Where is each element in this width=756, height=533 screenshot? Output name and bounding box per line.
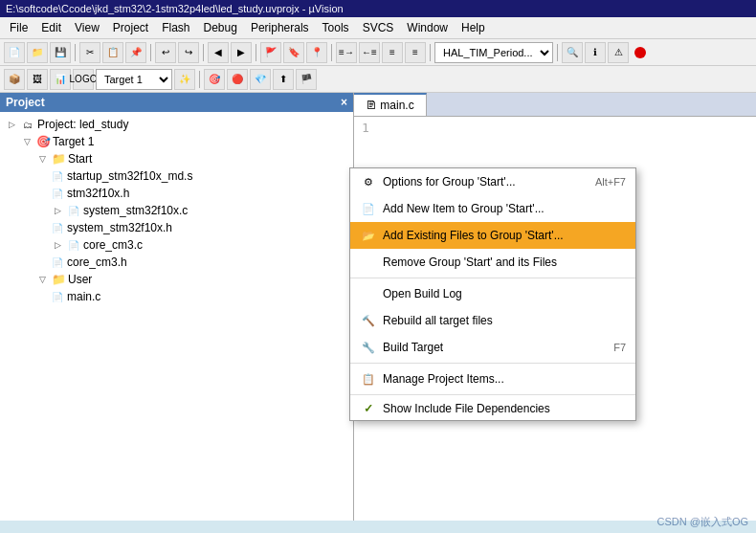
toolbar-btn-save[interactable]: 💾 xyxy=(50,42,71,63)
ctx-label-add-new: Add New Item to Group 'Start'... xyxy=(383,202,545,215)
tree-item-stm32h[interactable]: 📄 stm32f10x.h xyxy=(4,185,349,202)
toolbar-btn-undo[interactable]: ↩ xyxy=(155,42,176,63)
toolbar-btn-target5[interactable]: 🏴 xyxy=(296,69,317,90)
function-combo[interactable]: HAL_TIM_Period... xyxy=(434,42,553,63)
ctx-label-manage: Manage Project Items... xyxy=(383,372,504,386)
ctx-item-add-existing[interactable]: 📂 Add Existing Files to Group 'Start'... xyxy=(350,222,635,249)
toolbar-btn-t2[interactable]: 🖼 xyxy=(27,69,48,90)
toolbar-btn-redo[interactable]: ↪ xyxy=(178,42,199,63)
ctx-icon-remove-group xyxy=(360,254,377,271)
toolbar-btn-nav-fwd[interactable]: ▶ xyxy=(231,42,252,63)
ctx-sep-3 xyxy=(350,394,635,395)
tree-item-start[interactable]: ▽ 📁 Start xyxy=(4,150,349,167)
toolbar-btn-warn[interactable]: ⚠ xyxy=(608,42,629,63)
toolbar-btn-t3[interactable]: 📊 xyxy=(50,69,71,90)
toolbar-btn-bookmark1[interactable]: 🚩 xyxy=(260,42,281,63)
menu-view[interactable]: View xyxy=(69,19,105,36)
ctx-item-open-log[interactable]: Open Build Log xyxy=(350,280,635,307)
ctx-sep-2 xyxy=(350,363,635,364)
ctx-check-show-deps: ✓ xyxy=(360,402,377,415)
project-panel: Project × ▷ 🗂 Project: led_study ▽ 🎯 Tar… xyxy=(0,93,354,521)
tree-item-user[interactable]: ▽ 📁 User xyxy=(4,271,349,288)
menu-svcs[interactable]: SVCS xyxy=(357,19,400,36)
toolbar-btn-nav-back[interactable]: ◀ xyxy=(208,42,229,63)
ctx-label-build: Build Target xyxy=(383,341,443,354)
menu-file[interactable]: File xyxy=(4,19,33,36)
tree-label-sysc: system_stm32f10x.c xyxy=(83,204,188,217)
ctx-shortcut-options: Alt+F7 xyxy=(595,176,626,188)
toolbar-btn-magic[interactable]: ✨ xyxy=(174,69,195,90)
menu-help[interactable]: Help xyxy=(456,19,491,36)
target-combo[interactable]: Target 1 xyxy=(96,69,172,90)
tree-item-core-c[interactable]: ▷ 📄 core_cm3.c xyxy=(4,236,349,254)
menu-project[interactable]: Project xyxy=(107,19,154,36)
toolbar-btn-new[interactable]: 📄 xyxy=(4,42,25,63)
tree-item-core-h[interactable]: 📄 core_cm3.h xyxy=(4,254,349,271)
tree-item-system-h[interactable]: 📄 system_stm32f10x.h xyxy=(4,219,349,236)
ctx-item-rebuild[interactable]: 🔨 Rebuild all target files xyxy=(350,307,635,334)
ctx-item-build[interactable]: 🔧 Build Target F7 xyxy=(350,334,635,361)
line-1-num: 1 xyxy=(362,121,369,135)
menu-window[interactable]: Window xyxy=(401,19,454,36)
tree-item-startup[interactable]: 📄 startup_stm32f10x_md.s xyxy=(4,167,349,185)
tab-mainc[interactable]: 🖹 main.c xyxy=(354,93,427,116)
tree-item-mainc[interactable]: 📄 main.c xyxy=(4,288,349,305)
file-icon-stm32h: 📄 xyxy=(50,186,65,201)
ctx-item-remove-group[interactable]: Remove Group 'Start' and its Files xyxy=(350,249,635,276)
folder-icon-start: 📁 xyxy=(51,151,66,167)
toolbar-btn-paste[interactable]: 📌 xyxy=(125,42,146,63)
toolbar-btn-indent-less[interactable]: ←≡ xyxy=(359,42,380,63)
toolbar-btn-align2[interactable]: ≡ xyxy=(405,42,426,63)
tree-item-project[interactable]: ▷ 🗂 Project: led_study xyxy=(4,116,349,133)
toolbar-btn-bookmark3[interactable]: 📍 xyxy=(306,42,327,63)
context-menu: ⚙ Options for Group 'Start'... Alt+F7 📄 … xyxy=(349,167,636,421)
ctx-item-show-deps[interactable]: ✓ Show Include File Dependencies xyxy=(350,397,635,420)
toolbar-btn-info[interactable]: ℹ xyxy=(585,42,606,63)
ctx-item-options[interactable]: ⚙ Options for Group 'Start'... Alt+F7 xyxy=(350,168,635,195)
tree-label-corec: core_cm3.c xyxy=(83,238,143,252)
menu-flash[interactable]: Flash xyxy=(156,19,195,36)
toolbar-btn-open[interactable]: 📁 xyxy=(27,42,48,63)
toolbar-btn-search[interactable]: 🔍 xyxy=(562,42,583,63)
menu-tools[interactable]: Tools xyxy=(317,19,355,36)
ctx-item-manage[interactable]: 📋 Manage Project Items... xyxy=(350,366,635,392)
title-text: E:\softcode\Ccode\jkd_stm32\2-1stm32p4le… xyxy=(6,3,344,14)
toolbar-btn-bookmark2[interactable]: 🔖 xyxy=(283,42,304,63)
ctx-label-open-log: Open Build Log xyxy=(383,287,462,300)
tree-item-target1[interactable]: ▽ 🎯 Target 1 xyxy=(4,133,349,150)
ctx-icon-add-new: 📄 xyxy=(360,200,377,217)
menu-edit[interactable]: Edit xyxy=(35,19,67,36)
tree-label-coreh: core_cm3.h xyxy=(67,255,127,269)
expand-arrow-target: ▽ xyxy=(19,134,34,149)
menu-peripherals[interactable]: Peripherals xyxy=(245,19,315,36)
toolbar-btn-copy[interactable]: 📋 xyxy=(102,42,123,63)
tree-label-user: User xyxy=(68,273,92,286)
tree-item-system-c[interactable]: ▷ 📄 system_stm32f10x.c xyxy=(4,202,349,219)
file-icon-startup: 📄 xyxy=(50,168,65,184)
toolbar-sep-8 xyxy=(199,71,200,88)
tree-label-sysh: system_stm32f10x.h xyxy=(67,221,172,234)
menu-debug[interactable]: Debug xyxy=(198,19,243,36)
toolbar-btn-cut[interactable]: ✂ xyxy=(79,42,100,63)
folder-icon-user: 📁 xyxy=(51,272,66,287)
toolbar-btn-t4[interactable]: LOGO xyxy=(73,69,94,90)
file-icon-sysh: 📄 xyxy=(50,220,65,235)
ctx-sep-1 xyxy=(350,278,635,278)
panel-close-btn[interactable]: × xyxy=(341,96,347,109)
toolbar-btn-t1[interactable]: 📦 xyxy=(4,69,25,90)
toolbar-btn-indent-more[interactable]: ≡→ xyxy=(336,42,357,63)
ctx-shortcut-build: F7 xyxy=(613,342,626,353)
toolbar-sep-3 xyxy=(203,44,204,61)
title-bar: E:\softcode\Ccode\jkd_stm32\2-1stm32p4le… xyxy=(0,0,756,17)
project-icon: 🗂 xyxy=(20,117,35,132)
file-icon-sysc: 📄 xyxy=(66,203,81,218)
ctx-icon-add-existing: 📂 xyxy=(360,227,377,244)
toolbar-btn-target2[interactable]: 🔴 xyxy=(227,69,248,90)
toolbar-btn-target3[interactable]: 💎 xyxy=(250,69,271,90)
toolbar-sep-7 xyxy=(557,44,558,61)
toolbar-btn-align[interactable]: ≡ xyxy=(382,42,403,63)
ctx-item-add-new[interactable]: 📄 Add New Item to Group 'Start'... xyxy=(350,195,635,222)
toolbar-2: 📦 🖼 📊 LOGO Target 1 ✨ 🎯 🔴 💎 ⬆ 🏴 xyxy=(0,66,756,93)
toolbar-btn-target4[interactable]: ⬆ xyxy=(273,69,294,90)
toolbar-btn-target1[interactable]: 🎯 xyxy=(204,69,225,90)
